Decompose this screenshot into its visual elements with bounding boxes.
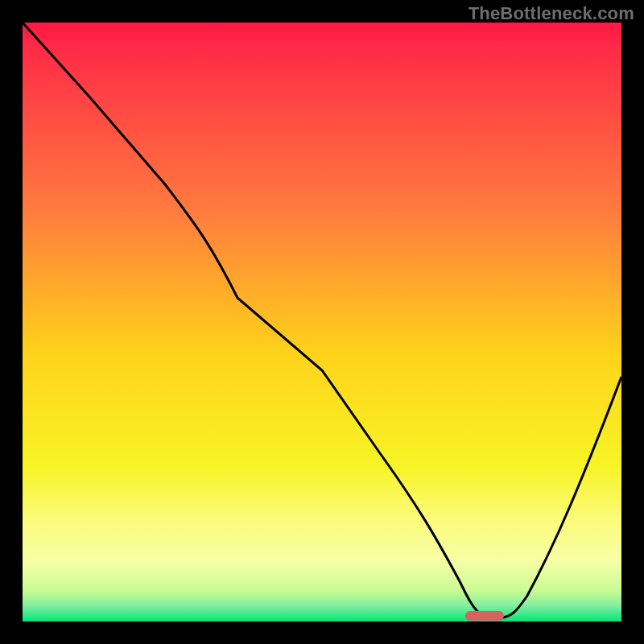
optimal-zone-marker (465, 611, 504, 621)
watermark-text: TheBottleneck.com (469, 3, 634, 24)
plot-area (23, 23, 621, 621)
chart-stage: TheBottleneck.com (0, 0, 644, 644)
chart-svg (0, 0, 644, 644)
